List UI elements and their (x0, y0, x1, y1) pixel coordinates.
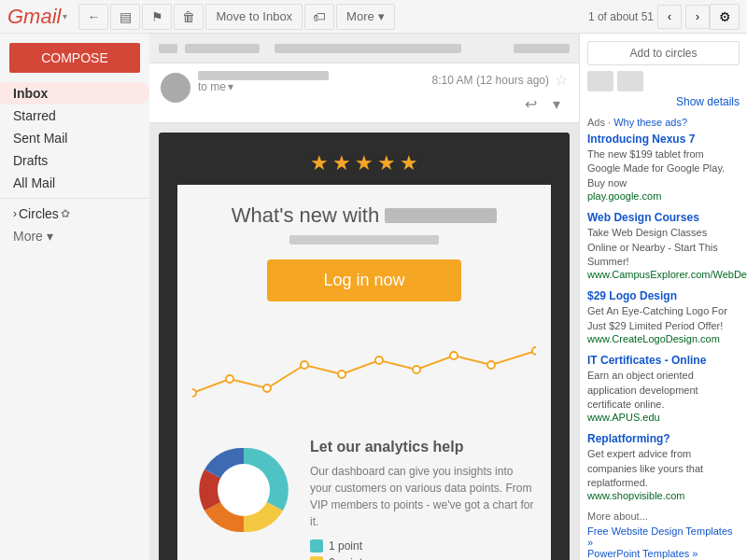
sidebar: COMPOSE Inbox Starred Sent Mail Drafts A… (0, 34, 149, 560)
ad-title-1[interactable]: Introducing Nexus 7 (587, 133, 740, 146)
archive-button[interactable]: ▤ (110, 4, 140, 30)
sidebar-item-starred[interactable]: Starred (0, 105, 149, 127)
email-content-inner: What's new with Log in now (177, 185, 551, 560)
ad-item-5: Replatforming? Get expert advice from co… (587, 432, 740, 501)
svg-point-2 (263, 385, 271, 392)
more-about-label: More about... (587, 511, 740, 522)
ad-link-1[interactable]: play.google.com (587, 190, 740, 202)
sidebar-item-circles[interactable]: › Circles ✿ (0, 203, 149, 225)
sidebar-item-all-mail[interactable]: All Mail (0, 172, 149, 194)
profile-icon-2 (617, 71, 643, 91)
donut-chart (192, 439, 295, 544)
svg-point-10 (218, 464, 270, 516)
more-link-1[interactable]: Free Website Design Templates » (587, 525, 740, 548)
compose-button[interactable]: COMPOSE (9, 43, 140, 73)
email-header: to me ▾ 8:10 AM (12 hours ago) ☆ ↩ ▾ (149, 63, 579, 123)
ad-link-2[interactable]: www.CampusExplorer.com/WebDesi... (587, 269, 740, 280)
add-to-circles-button[interactable]: Add to circles (587, 41, 740, 65)
login-button[interactable]: Log in now (267, 259, 460, 301)
analytics-title: Let our analytics help (310, 439, 536, 455)
whats-new-title: What's new with (196, 203, 532, 228)
svg-point-1 (226, 375, 233, 383)
star-icon[interactable]: ☆ (555, 71, 568, 89)
star-5: ★ (400, 151, 418, 175)
star-3: ★ (355, 151, 374, 175)
ad-item-1: Introducing Nexus 7 The new $199 tablet … (587, 133, 740, 202)
svg-point-4 (338, 371, 345, 378)
svg-point-5 (375, 357, 383, 364)
legend-item-1: 1 point (310, 539, 536, 553)
more-email-button[interactable]: ▾ (545, 92, 568, 115)
why-ads-link[interactable]: Why these ads? (613, 117, 687, 128)
email-area: to me ▾ 8:10 AM (12 hours ago) ☆ ↩ ▾ (149, 34, 579, 560)
chart-section (177, 328, 551, 424)
analytics-desc: Our dashboard can give you insights into… (310, 463, 536, 530)
email-content: ★ ★ ★ ★ ★ What's new with Log in now (159, 133, 570, 560)
ad-text-2: Take Web Design Classes Online or Nearby… (587, 227, 718, 267)
ad-title-2[interactable]: Web Design Courses (587, 211, 740, 224)
email-actions: ↩ ▾ (519, 92, 568, 115)
right-sidebar: Add to circles Show details Ads · Why th… (579, 34, 747, 560)
pagination-text: 1 of about 51 (588, 10, 654, 23)
legend-color-1 (310, 539, 323, 553)
gmail-text: Gmail (7, 5, 61, 29)
star-1: ★ (310, 151, 329, 175)
toolbar-icons: ← ▤ ⚑ 🗑 Move to Inbox 🏷 More▾ (78, 4, 394, 30)
email-header-left: to me ▾ (161, 71, 329, 103)
ad-title-4[interactable]: IT Certificates - Online (587, 354, 740, 367)
prev-page-button[interactable]: ‹ (657, 5, 682, 29)
sidebar-item-inbox[interactable]: Inbox (0, 82, 149, 105)
ad-title-3[interactable]: $29 Logo Design (587, 289, 740, 302)
svg-point-7 (450, 352, 458, 359)
star-4: ★ (377, 151, 396, 175)
ad-text-4: Earn an object oriented application deve… (587, 370, 698, 410)
top-bar: Gmail ▾ ← ▤ ⚑ 🗑 Move to Inbox 🏷 More▾ 1 … (0, 0, 747, 34)
svg-point-8 (487, 361, 495, 369)
delete-button[interactable]: 🗑 (174, 4, 204, 30)
svg-point-6 (413, 366, 420, 373)
reply-button[interactable]: ↩ (519, 92, 542, 115)
show-details-link[interactable]: Show details (587, 95, 740, 108)
to-me[interactable]: to me ▾ (198, 80, 329, 93)
main-layout: COMPOSE Inbox Starred Sent Mail Drafts A… (0, 34, 747, 560)
email-body: ★ ★ ★ ★ ★ What's new with Log in now (149, 123, 579, 560)
ad-item-2: Web Design Courses Take Web Design Class… (587, 211, 740, 280)
sidebar-item-sent[interactable]: Sent Mail (0, 127, 149, 149)
email-time: 8:10 AM (12 hours ago) (432, 74, 549, 87)
whats-new-section: What's new with Log in now (177, 185, 551, 328)
sender-name-blurred (198, 71, 329, 80)
ad-link-3[interactable]: www.CreateLogoDesign.com (587, 333, 740, 344)
gmail-caret: ▾ (63, 11, 67, 21)
ad-text-5: Get expert advice from companies like yo… (587, 448, 703, 488)
ad-text-1: The new $199 tablet from Google Made for… (587, 148, 725, 189)
ad-link-5[interactable]: www.shopvisible.com (587, 490, 740, 501)
next-page-button[interactable]: › (685, 5, 710, 29)
more-button[interactable]: More▾ (336, 4, 395, 30)
labels-button[interactable]: 🏷 (304, 4, 334, 30)
report-button[interactable]: ⚑ (142, 4, 172, 30)
svg-point-0 (192, 389, 196, 397)
analytics-section: Let our analytics help Our dashboard can… (177, 424, 551, 560)
analytics-text: Let our analytics help Our dashboard can… (310, 439, 536, 560)
legend-item-2: 2 points (310, 556, 536, 560)
sidebar-item-drafts[interactable]: Drafts (0, 149, 149, 172)
move-to-inbox-button[interactable]: Move to Inbox (205, 4, 303, 30)
email-list-row (149, 34, 579, 63)
more-link-2[interactable]: PowerPoint Templates » (587, 548, 740, 559)
svg-point-3 (301, 361, 308, 369)
settings-button[interactable]: ⚙ (710, 4, 740, 30)
sender-info: to me ▾ (198, 71, 329, 93)
brand-blurred (385, 208, 497, 223)
gmail-logo[interactable]: Gmail ▾ (7, 5, 67, 29)
sidebar-item-more[interactable]: More ▾ (0, 225, 149, 247)
back-button[interactable]: ← (78, 4, 108, 30)
star-2: ★ (332, 151, 351, 175)
ad-item-3: $29 Logo Design Get An Eye-Catching Logo… (587, 289, 740, 344)
ad-link-4[interactable]: www.APUS.edu (587, 412, 740, 423)
ad-title-5[interactable]: Replatforming? (587, 432, 740, 445)
ad-text-3: Get An Eye-Catching Logo For Just $29 Li… (587, 305, 727, 330)
ad-item-4: IT Certificates - Online Earn an object … (587, 354, 740, 423)
sub-blurred (289, 235, 439, 245)
sender-name-row (198, 71, 329, 80)
stars-row: ★ ★ ★ ★ ★ (159, 133, 570, 185)
